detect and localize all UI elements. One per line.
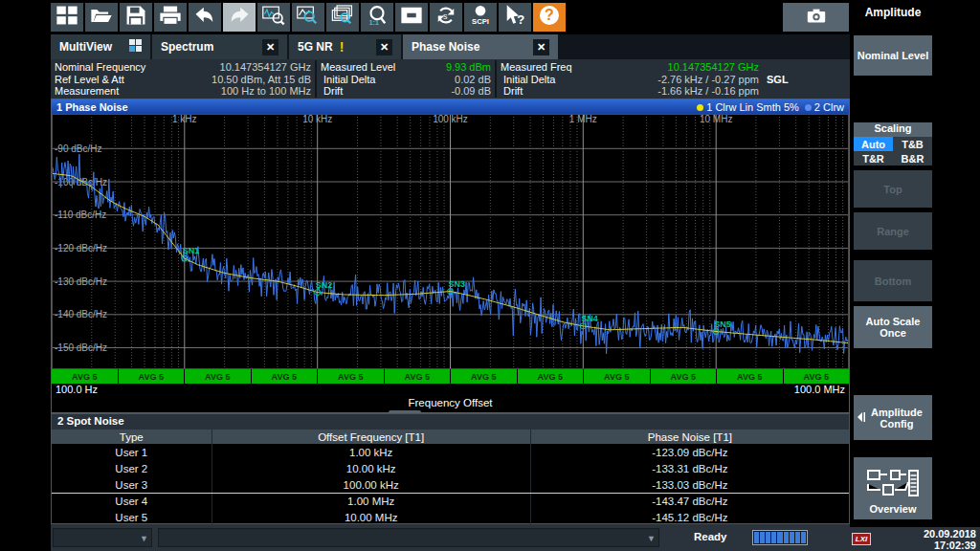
column-header-phase-noise: Phase Noise [T1]: [530, 430, 849, 444]
spot-noise-row[interactable]: User 11.00 kHz-123.09 dBc/Hz: [52, 444, 849, 460]
softkey-menu-title: Amplitude: [850, 6, 936, 19]
tab-phase-noise[interactable]: Phase Noise ✕: [403, 34, 558, 59]
scpi-button[interactable]: SCPI: [464, 3, 497, 32]
status-message-dropdown[interactable]: ▼: [158, 528, 659, 547]
zoom-1to1-button[interactable]: 1:1: [361, 3, 393, 32]
top-button[interactable]: Top: [854, 170, 932, 208]
tab-spectrum[interactable]: Spectrum ✕: [152, 34, 287, 59]
svg-text:10 MHz: 10 MHz: [700, 114, 732, 124]
amplitude-config-button[interactable]: Amplitude Config: [854, 395, 932, 440]
cell: -145.12 dBc/Hz: [530, 509, 849, 525]
progress-segment: [754, 532, 759, 543]
info-value: -1.66 kHz / -0.16 ppm: [657, 85, 759, 97]
analyzer-screen: 1:1sSCPI?? MultiView Spectrum ✕ 5G NR ! …: [0, 0, 980, 551]
cell: 1.00 kHz: [212, 444, 530, 460]
cell: User 1: [52, 444, 212, 460]
phase-noise-plot: 1 kHz10 kHz100 kHz1 MHz10 MHz-90 dBc/Hz-…: [52, 114, 849, 369]
scaling-option-tb[interactable]: T&B: [893, 137, 932, 151]
info-col-measured-freq: Measured Freq10.147354127 GHz Initial De…: [497, 60, 763, 98]
avg-segment: AVG 5: [717, 369, 783, 384]
svg-text:SN3: SN3: [449, 279, 466, 289]
info-value: 10.147354127 GHz: [220, 61, 311, 73]
tab-bar: MultiView Spectrum ✕ 5G NR ! ✕ Phase Noi…: [51, 34, 850, 59]
nominal-level-button[interactable]: Nominal Level: [854, 35, 932, 76]
single-sweep-badge: SGL: [767, 74, 789, 85]
windows-logo-icon: [55, 4, 79, 31]
progress-segment: [760, 532, 765, 543]
avg-segment: AVG 5: [584, 369, 650, 384]
bottom-button[interactable]: Bottom: [854, 260, 932, 301]
screenshot-button[interactable]: [783, 3, 849, 32]
sync-button[interactable]: s: [430, 3, 462, 32]
cell: User 3: [52, 476, 212, 493]
svg-text:SCPI: SCPI: [472, 17, 489, 26]
svg-text:SN4: SN4: [581, 314, 598, 323]
trace-dot-icon: [805, 104, 812, 111]
help-button[interactable]: ?: [533, 3, 566, 32]
close-icon[interactable]: ✕: [533, 39, 549, 55]
info-col-level: Measured Level9.93 dBm Initial Delta0.02…: [317, 60, 497, 98]
window-title-bar[interactable]: 1 Phase Noise 1 Clrw Lin Smth 5%2 Clrw: [52, 99, 849, 114]
datetime-panel: LXI 20.09.2018 17:02:39: [850, 527, 980, 551]
range-button[interactable]: Range: [854, 212, 932, 250]
zoom-area-button[interactable]: [292, 3, 324, 32]
auto-scale-once-button[interactable]: Auto Scale Once: [854, 306, 932, 348]
lxi-status-icon: LXI: [852, 533, 871, 545]
zoom-multi-button[interactable]: [326, 3, 359, 32]
progress-segment: [790, 532, 794, 543]
svg-text:-150 dBc/Hz: -150 dBc/Hz: [55, 342, 107, 353]
info-value: 100 Hz to 100 MHz: [221, 85, 311, 97]
progress-segment: [777, 532, 782, 543]
cell: 10.00 kHz: [212, 460, 530, 476]
cell: User 2: [52, 460, 212, 476]
time-label: 17:02:39: [924, 540, 976, 551]
scaling-option-tr[interactable]: T&R: [854, 151, 893, 165]
windows-logo-button[interactable]: [51, 3, 83, 32]
legend-entry: 1 Clrw Lin Smth 5%: [697, 101, 799, 113]
cell: 100.00 kHz: [212, 476, 530, 493]
display-frame-button[interactable]: [395, 3, 428, 32]
progress-segment: [795, 532, 800, 543]
multiview-grid-icon: [129, 39, 142, 55]
spot-noise-row[interactable]: User 510.00 MHz-145.12 dBc/Hz: [52, 509, 849, 525]
tab-label: MultiView: [59, 40, 112, 54]
zoom-signal-button[interactable]: [257, 3, 290, 32]
avg-segment: AVG 5: [252, 369, 318, 384]
avg-segment: AVG 5: [518, 369, 584, 384]
undo-button[interactable]: [189, 3, 221, 32]
cell: -133.03 dBc/Hz: [530, 476, 849, 493]
info-col-frequency: Nominal Frequency10.147354127 GHz Ref Le…: [51, 60, 317, 98]
help-icon: ?: [537, 4, 562, 31]
progress-segment: [801, 532, 806, 543]
collapse-arrow-icon: [857, 411, 866, 425]
column-header-offset-frequency: Offset Frequency [T1]: [212, 430, 530, 444]
spot-noise-row[interactable]: User 210.00 kHz-133.31 dBc/Hz: [52, 460, 849, 476]
svg-text:-130 dBc/Hz: -130 dBc/Hz: [55, 276, 107, 287]
date-label: 20.09.2018: [924, 528, 976, 540]
info-value: 10.147354127 GHz: [668, 61, 759, 73]
cell: -133.31 dBc/Hz: [530, 460, 849, 476]
tab-multiview[interactable]: MultiView: [51, 34, 150, 59]
zoom-signal-icon: [261, 4, 286, 31]
zoom-multi-icon: [330, 4, 355, 31]
close-icon[interactable]: ✕: [376, 39, 392, 55]
context-help-button[interactable]: ?: [499, 3, 531, 32]
window-title[interactable]: 2 Spot Noise: [52, 414, 849, 430]
scaling-option-auto[interactable]: Auto: [854, 137, 893, 151]
info-value: 10.50 dBm, Att 15 dB: [212, 74, 311, 85]
status-dropdown-left[interactable]: ▼: [53, 528, 152, 547]
overview-button[interactable]: Overview: [854, 457, 932, 519]
spot-noise-row[interactable]: User 3100.00 kHz-133.03 dBc/Hz: [52, 476, 849, 493]
redo-button[interactable]: [223, 3, 256, 32]
avg-segment: AVG 5: [52, 369, 118, 384]
scaling-option-br[interactable]: B&R: [893, 151, 932, 165]
tab-5g-nr[interactable]: 5G NR ! ✕: [289, 34, 401, 59]
save-icon: [123, 4, 148, 31]
svg-text:SN2: SN2: [316, 280, 333, 290]
close-icon[interactable]: ✕: [262, 39, 278, 55]
open-file-button[interactable]: [85, 3, 118, 32]
print-button[interactable]: [154, 3, 187, 32]
save-button[interactable]: [120, 3, 152, 32]
spot-noise-row[interactable]: User 41.00 MHz-143.47 dBc/Hz: [52, 493, 849, 509]
svg-text:-90 dBc/Hz: -90 dBc/Hz: [55, 143, 101, 154]
